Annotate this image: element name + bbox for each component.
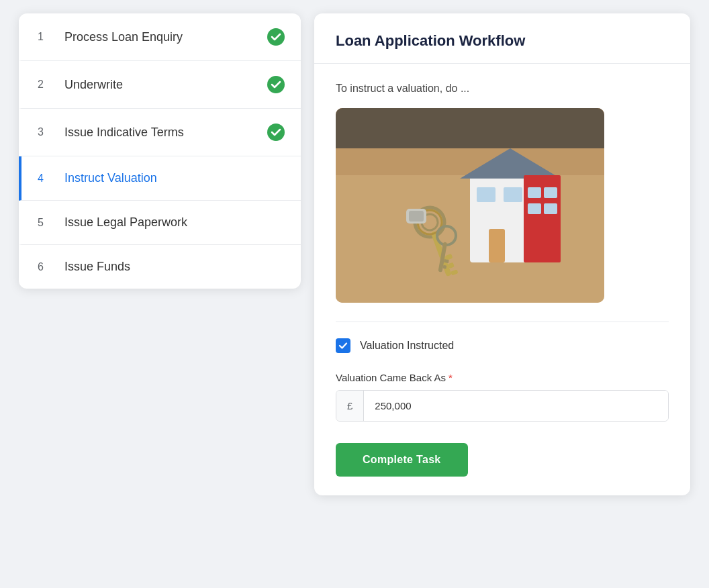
- task-description: To instruct a valuation, do ...: [336, 83, 669, 95]
- check-icon-3: [267, 124, 285, 141]
- valuation-input-group: £: [336, 390, 669, 422]
- step-number-3: 3: [38, 126, 54, 138]
- svg-rect-10: [504, 187, 522, 202]
- svg-rect-28: [409, 211, 424, 222]
- valuation-instructed-label: Valuation Instructed: [360, 340, 454, 352]
- panel-title: Loan Application Workflow: [336, 32, 669, 50]
- step-item-5[interactable]: 5Issue Legal Paperwork: [19, 201, 301, 245]
- svg-point-1: [267, 76, 285, 93]
- step-label-5: Issue Legal Paperwork: [64, 215, 285, 230]
- svg-rect-13: [528, 203, 541, 214]
- step-item-6[interactable]: 6Issue Funds: [19, 245, 301, 289]
- svg-rect-12: [544, 187, 557, 198]
- step-item-2[interactable]: 2Underwrite: [19, 61, 301, 109]
- currency-prefix: £: [336, 391, 364, 421]
- step-number-1: 1: [38, 31, 54, 43]
- task-detail-panel: Loan Application Workflow To instruct a …: [314, 13, 690, 495]
- svg-rect-15: [489, 229, 505, 262]
- step-item-4[interactable]: 4Instruct Valuation: [19, 156, 301, 201]
- check-icon-2: [267, 76, 285, 93]
- valuation-instructed-checkbox[interactable]: [336, 338, 350, 353]
- svg-rect-9: [477, 187, 495, 202]
- step-number-4: 4: [38, 173, 54, 185]
- svg-rect-11: [528, 187, 541, 198]
- step-label-3: Issue Indicative Terms: [64, 126, 267, 140]
- valuation-amount-input[interactable]: [364, 391, 668, 421]
- section-divider: [336, 322, 669, 322]
- step-number-2: 2: [38, 79, 54, 91]
- svg-rect-26: [442, 265, 446, 269]
- valuation-field-label: Valuation Came Back As*: [336, 372, 669, 383]
- valuation-image: [336, 108, 604, 303]
- step-label-4: Instruct Valuation: [64, 171, 285, 185]
- step-label-2: Underwrite: [64, 78, 267, 92]
- check-icon-1: [267, 28, 285, 46]
- complete-task-button[interactable]: Complete Task: [336, 443, 468, 477]
- step-number-6: 6: [38, 261, 54, 273]
- svg-point-2: [267, 124, 285, 141]
- step-label-6: Issue Funds: [64, 260, 285, 274]
- step-number-5: 5: [38, 217, 54, 229]
- step-item-1[interactable]: 1Process Loan Enquiry: [19, 13, 301, 61]
- workflow-steps-panel: 1Process Loan Enquiry2Underwrite3Issue I…: [19, 13, 301, 289]
- required-indicator: *: [448, 372, 453, 383]
- svg-rect-5: [336, 108, 604, 148]
- step-item-3[interactable]: 3Issue Indicative Terms: [19, 109, 301, 156]
- svg-rect-14: [544, 203, 557, 214]
- step-label-1: Process Loan Enquiry: [64, 30, 267, 44]
- svg-point-0: [267, 28, 285, 46]
